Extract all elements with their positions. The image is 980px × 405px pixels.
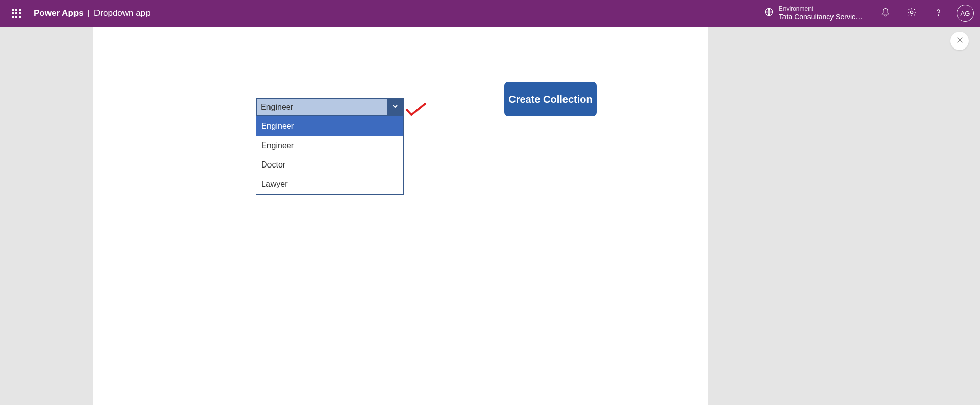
environment-label: Environment: [779, 6, 863, 13]
notifications-button[interactable]: [874, 2, 896, 25]
header-title-block: Power Apps | Dropdown app: [34, 8, 151, 18]
dropdown-list: Engineer Engineer Doctor Lawyer: [256, 116, 404, 195]
waffle-button[interactable]: [6, 3, 27, 23]
button-label: Create Collection: [508, 93, 592, 105]
dropdown-selected[interactable]: Engineer: [256, 98, 404, 116]
user-avatar[interactable]: AG: [957, 5, 974, 22]
gear-icon: [906, 7, 917, 19]
dropdown-option[interactable]: Doctor: [256, 155, 403, 175]
dropdown-selected-text: Engineer: [257, 99, 387, 115]
close-icon: [955, 36, 964, 46]
dropdown-option[interactable]: Lawyer: [256, 175, 403, 194]
header-separator: |: [88, 8, 90, 18]
profession-dropdown: Engineer Engineer Engineer Doctor Lawyer: [256, 98, 404, 195]
annotation-checkmark: [405, 102, 427, 119]
environment-name: Tata Consultancy Servic…: [779, 13, 863, 21]
product-name[interactable]: Power Apps: [34, 8, 84, 18]
header-right: Environment Tata Consultancy Servic…: [764, 2, 974, 25]
dropdown-option[interactable]: Engineer: [256, 136, 403, 155]
app-canvas: Engineer Engineer Engineer Doctor Lawyer: [93, 27, 708, 405]
create-collection-button[interactable]: Create Collection: [504, 82, 597, 116]
settings-button[interactable]: [900, 2, 923, 25]
help-button[interactable]: [927, 2, 949, 25]
environment-picker[interactable]: Environment Tata Consultancy Servic…: [764, 6, 863, 21]
svg-point-2: [938, 14, 938, 15]
help-icon: [934, 8, 943, 19]
app-name: Dropdown app: [94, 8, 151, 18]
waffle-icon: [12, 9, 21, 18]
avatar-initials: AG: [961, 10, 970, 17]
dropdown-option[interactable]: Engineer: [256, 116, 403, 136]
dropdown-chevron-box: [387, 99, 403, 115]
close-preview-button[interactable]: [950, 32, 969, 50]
app-header: Power Apps | Dropdown app Environment Ta…: [0, 0, 980, 27]
environment-texts: Environment Tata Consultancy Servic…: [779, 6, 863, 21]
chevron-down-icon: [391, 102, 399, 112]
globe-icon: [764, 7, 774, 19]
bell-icon: [880, 8, 890, 19]
svg-point-1: [910, 11, 913, 13]
canvas-area: Engineer Engineer Engineer Doctor Lawyer: [0, 27, 980, 405]
